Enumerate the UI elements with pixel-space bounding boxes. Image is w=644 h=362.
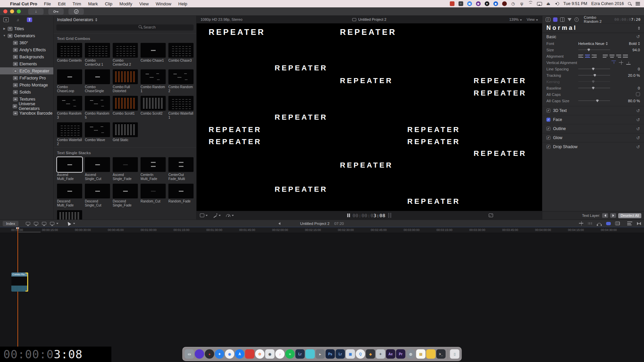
justify-center-icon[interactable] — [609, 54, 614, 58]
section-checkbox[interactable]: ✓ — [546, 127, 550, 131]
volume-icon[interactable] — [555, 1, 559, 6]
all-caps-size-slider[interactable] — [578, 99, 610, 103]
generator-item[interactable]: Combo CenterIn — [57, 43, 82, 67]
align-left-icon[interactable] — [578, 54, 583, 58]
audio-midi-icon[interactable]: ψ — [520, 1, 524, 6]
generator-item[interactable]: Static — [57, 210, 82, 220]
generator-thumbnail[interactable] — [141, 69, 166, 84]
reset-icon[interactable]: ↺ — [636, 126, 640, 131]
user-menu[interactable]: Ezra Cohen 2016 — [591, 1, 624, 6]
generator-item[interactable]: Combo ChaseSingle — [85, 69, 110, 93]
shield-menu-icon[interactable]: ◉ — [476, 1, 481, 6]
wifi-icon[interactable] — [528, 1, 533, 6]
generator-item[interactable]: Combo Random 2 — [168, 69, 194, 93]
filter-inspector-tab-icon[interactable] — [567, 17, 572, 22]
photos-audio-sidebar-tab-icon[interactable]: ♫ — [15, 17, 21, 22]
generator-item[interactable]: Random_Fade — [168, 184, 194, 207]
generator-item[interactable]: Combo CenterOut 2 — [113, 43, 138, 67]
eject-icon[interactable]: ⏏ — [546, 1, 551, 6]
reset-icon[interactable]: ↺ — [636, 108, 640, 113]
reset-icon[interactable]: ↺ — [636, 144, 640, 149]
align-right-icon[interactable] — [592, 54, 597, 58]
chevron-updown-icon[interactable] — [95, 18, 97, 21]
generator-thumbnail[interactable] — [85, 43, 110, 58]
generator-item[interactable]: Ascend Single_Fade — [113, 157, 138, 181]
previous-text-layer-button[interactable] — [602, 213, 608, 218]
import-media-button[interactable]: ↓ — [28, 8, 44, 15]
generator-thumbnail[interactable] — [85, 96, 110, 111]
overwrite-edit-icon[interactable] — [50, 222, 54, 225]
firefox-icon[interactable] — [195, 349, 204, 359]
notification-center-icon[interactable] — [636, 2, 640, 5]
timeline-index-film-icon[interactable] — [615, 221, 620, 226]
sidebar-item[interactable]: ▼ Generators — [0, 32, 53, 39]
baseline-slider[interactable] — [578, 86, 610, 90]
sidebar-item[interactable]: Photo Montage — [0, 81, 53, 88]
display-mirroring-icon[interactable] — [537, 2, 542, 6]
keynote-icon[interactable]: ▦ — [346, 349, 355, 359]
menu-item[interactable]: Help — [178, 1, 187, 6]
chevron-updown-icon[interactable] — [638, 26, 640, 30]
line-spacing-slider[interactable] — [578, 67, 610, 71]
generator-item[interactable]: CenterOut Fade_Multi — [168, 157, 194, 181]
justify-right-icon[interactable] — [616, 54, 621, 58]
viewer-view-dropdown[interactable]: View — [527, 17, 538, 21]
generator-item[interactable]: Combo ChaseLoop — [57, 69, 82, 93]
sidebar-item[interactable]: ▶ Titles — [0, 25, 53, 32]
audition-icon[interactable]: ◆ — [366, 349, 375, 359]
menu-item[interactable]: Edit — [58, 1, 65, 6]
generator-thumbnail[interactable] — [168, 69, 194, 84]
generator-item[interactable]: Descend Multi_Fade — [57, 184, 82, 207]
tracking-slider[interactable] — [578, 73, 610, 77]
generator-thumbnail[interactable] — [85, 69, 110, 84]
app-menu-title[interactable]: Final Cut Pro — [10, 1, 37, 6]
retime-menu-button[interactable] — [213, 214, 221, 217]
close-window-button[interactable] — [3, 9, 7, 13]
reset-icon[interactable]: ↺ — [636, 135, 640, 140]
generator-thumbnail[interactable] — [141, 96, 166, 111]
justify-full-icon[interactable] — [623, 54, 628, 58]
index-button[interactable]: Index — [3, 221, 18, 226]
after-effects-icon[interactable]: Ae — [386, 349, 395, 359]
generator-item[interactable]: Combo Scroll1 — [113, 96, 138, 120]
opera-icon[interactable]: ● — [205, 349, 214, 359]
display-app-icon[interactable]: ▭ — [185, 349, 194, 359]
browser-scope-dropdown[interactable]: Installed Generators — [57, 17, 93, 22]
generator-thumbnail[interactable] — [113, 184, 138, 198]
solo-toggle-icon[interactable] — [597, 223, 601, 226]
photoshop-icon[interactable]: Ps — [326, 349, 335, 359]
audio-skimming-toggle-icon[interactable] — [588, 221, 593, 226]
line-spacing-value[interactable]: 0 — [638, 67, 640, 71]
generator-item[interactable]: Descend Single_Cut — [85, 184, 110, 207]
generator-thumbnail[interactable] — [141, 43, 166, 58]
all-caps-size-value[interactable]: 80.0 % — [628, 99, 640, 103]
colored-dots-menu-icon[interactable]: ⁘ — [459, 1, 463, 6]
generator-thumbnail[interactable] — [85, 157, 110, 172]
generator-item[interactable]: Combo CenterOut 1 — [85, 43, 110, 67]
viewer-canvas[interactable]: REPEATER REPEATER REPEATER REPEATER REPE… — [197, 23, 542, 211]
pause-icon[interactable] — [347, 214, 350, 217]
lightroom-icon[interactable]: Lr — [336, 349, 345, 359]
video-inspector-tab-icon[interactable] — [560, 17, 565, 22]
menu-item[interactable]: Modify — [119, 1, 132, 6]
text-inspector-tab-icon[interactable] — [553, 17, 557, 22]
valign-middle-icon[interactable] — [619, 61, 623, 65]
minimize-window-button[interactable] — [10, 9, 14, 13]
generator-item[interactable]: Ascend Single_Cut — [85, 157, 110, 181]
itunes-icon[interactable]: ♪ — [275, 349, 285, 359]
messages-icon[interactable] — [306, 349, 315, 359]
timeline-project-name[interactable]: Untitled Project 2 — [300, 222, 330, 226]
notes-icon[interactable]: ▤ — [416, 349, 426, 359]
app-store-icon[interactable]: A — [235, 349, 245, 359]
next-text-layer-button[interactable] — [610, 213, 616, 218]
all-caps-checkbox[interactable] — [636, 92, 640, 96]
generator-item[interactable]: Combo Chase3 — [168, 43, 194, 67]
deselect-all-button[interactable]: Deselect All — [618, 213, 641, 218]
section-checkbox[interactable]: ✓ — [546, 136, 550, 140]
sidebar-item[interactable]: Elements — [0, 60, 53, 67]
font-style-dropdown[interactable]: Bold — [629, 42, 640, 46]
clip-appearance-icon[interactable] — [627, 222, 632, 225]
capture-icon[interactable]: ◎ — [406, 349, 416, 359]
menu-item[interactable]: Trim — [72, 1, 81, 6]
zoom-window-button[interactable] — [17, 9, 21, 13]
